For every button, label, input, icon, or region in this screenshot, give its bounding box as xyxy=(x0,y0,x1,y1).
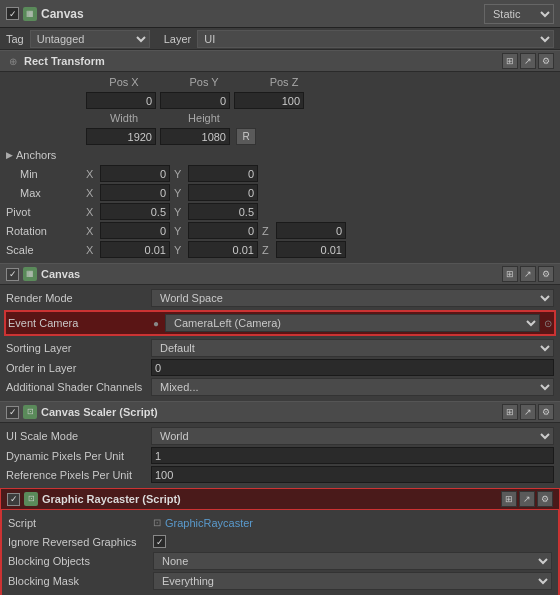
script-text: GraphicRaycaster xyxy=(165,517,253,529)
pos-y-input[interactable]: 0 xyxy=(160,92,230,109)
event-camera-row: Event Camera ● CameraLeft (Camera) ⊙ xyxy=(8,313,552,333)
render-mode-dropdown[interactable]: World Space xyxy=(151,289,554,307)
scaler-expand-btn[interactable]: ↗ xyxy=(520,404,536,420)
pos-values-row: 0 0 100 xyxy=(6,91,554,110)
object-title: Canvas xyxy=(41,7,84,21)
raycaster-link-btn[interactable]: ⊞ xyxy=(501,491,517,507)
scaler-icon: ⊡ xyxy=(23,405,37,419)
min-x-input[interactable]: 0 xyxy=(100,165,170,182)
pivot-y-input[interactable]: 0.5 xyxy=(188,203,258,220)
ignore-checkbox[interactable]: ✓ xyxy=(153,535,166,548)
pos-values: 0 0 100 xyxy=(86,92,554,109)
order-in-layer-label: Order in Layer xyxy=(6,362,151,374)
scale-row: Scale X 0.01 Y 0.01 Z 0.01 xyxy=(6,240,554,259)
static-dropdown[interactable]: Static xyxy=(484,4,554,24)
scale-x-input[interactable]: 0.01 xyxy=(100,241,170,258)
rect-transform-content: Pos X Pos Y Pos Z 0 0 100 Width Height 1… xyxy=(0,72,560,263)
canvas-icon: ▦ xyxy=(23,7,37,21)
canvas-component-icon: ▦ xyxy=(23,267,37,281)
camera-dot: ● xyxy=(153,318,159,329)
scale-values: X 0.01 Y 0.01 Z 0.01 xyxy=(86,241,554,258)
scaler-link-btn[interactable]: ⊞ xyxy=(502,404,518,420)
rot-y-input[interactable]: 0 xyxy=(188,222,258,239)
raycaster-checkbox[interactable]: ✓ xyxy=(7,493,20,506)
height-input[interactable]: 1080 xyxy=(160,128,230,145)
move-icon: ⊕ xyxy=(6,54,20,68)
ui-scale-value: World xyxy=(151,427,554,445)
rect-transform-actions: ⊞ ↗ ⚙ xyxy=(502,53,554,69)
pivot-label: Pivot xyxy=(6,206,86,218)
canvas-settings-btn[interactable]: ⚙ xyxy=(538,266,554,282)
scaler-settings-btn[interactable]: ⚙ xyxy=(538,404,554,420)
max-y-group: Y 0 xyxy=(174,184,258,201)
ignore-row: Ignore Reversed Graphics ✓ xyxy=(8,532,552,551)
scale-z-input[interactable]: 0.01 xyxy=(276,241,346,258)
dynamic-pixels-value: 1 xyxy=(151,447,554,464)
pivot-x-input[interactable]: 0.5 xyxy=(100,203,170,220)
rot-z-input[interactable]: 0 xyxy=(276,222,346,239)
raycaster-settings-btn[interactable]: ⚙ xyxy=(537,491,553,507)
shader-channels-dropdown[interactable]: Mixed... xyxy=(151,378,554,396)
script-row: Script ⊡ GraphicRaycaster xyxy=(8,513,552,532)
rot-x-input[interactable]: 0 xyxy=(100,222,170,239)
blocking-mask-dropdown[interactable]: Everything xyxy=(153,572,552,590)
top-bar: ✓ ▦ Canvas Static xyxy=(0,0,560,28)
rot-y-group: Y 0 xyxy=(174,222,258,239)
ui-scale-dropdown[interactable]: World xyxy=(151,427,554,445)
rect-link-btn[interactable]: ⊞ xyxy=(502,53,518,69)
raycaster-expand-btn[interactable]: ↗ xyxy=(519,491,535,507)
sorting-layer-label: Sorting Layer xyxy=(6,342,151,354)
scale-y-label: Y xyxy=(174,244,186,256)
event-camera-wrapper: Event Camera ● CameraLeft (Camera) ⊙ xyxy=(4,310,556,336)
width-col-label: Width xyxy=(86,112,162,124)
event-camera-target-btn[interactable]: ⊙ xyxy=(544,318,552,329)
layer-label: Layer xyxy=(164,33,192,45)
script-label: Script xyxy=(8,517,153,529)
pos-z-input[interactable]: 100 xyxy=(234,92,304,109)
blocking-objects-row: Blocking Objects None xyxy=(8,551,552,571)
rect-transform-header: ⊕ Rect Transform ⊞ ↗ ⚙ xyxy=(0,50,560,72)
min-y-label: Y xyxy=(174,168,186,180)
pos-x-input[interactable]: 0 xyxy=(86,92,156,109)
anchors-min-row: Min X 0 Y 0 xyxy=(6,164,554,183)
rect-expand-btn[interactable]: ↗ xyxy=(520,53,536,69)
blocking-objects-dropdown[interactable]: None xyxy=(153,552,552,570)
scale-y-input[interactable]: 0.01 xyxy=(188,241,258,258)
canvas-scaler-title: Canvas Scaler (Script) xyxy=(41,406,498,418)
max-y-input[interactable]: 0 xyxy=(188,184,258,201)
r-button[interactable]: R xyxy=(236,128,256,145)
dynamic-pixels-input[interactable]: 1 xyxy=(151,447,554,464)
wh-values: 1920 1080 R xyxy=(86,128,554,145)
pivot-x-group: X 0.5 xyxy=(86,203,170,220)
canvas-scaler-content: UI Scale Mode World Dynamic Pixels Per U… xyxy=(0,423,560,488)
rect-transform-title: Rect Transform xyxy=(24,55,498,67)
active-checkbox[interactable]: ✓ xyxy=(6,7,19,20)
layer-dropdown[interactable]: UI xyxy=(197,30,554,48)
wh-values-row: 1920 1080 R xyxy=(6,127,554,146)
rot-x-group: X 0 xyxy=(86,222,170,239)
canvas-link-btn[interactable]: ⊞ xyxy=(502,266,518,282)
dynamic-pixels-row: Dynamic Pixels Per Unit 1 xyxy=(6,446,554,465)
max-x-input[interactable]: 0 xyxy=(100,184,170,201)
tag-dropdown[interactable]: Untagged xyxy=(30,30,150,48)
reference-pixels-input[interactable]: 100 xyxy=(151,466,554,483)
width-input[interactable]: 1920 xyxy=(86,128,156,145)
anchors-label: ▶ Anchors xyxy=(6,149,86,161)
canvas-checkbox[interactable]: ✓ xyxy=(6,268,19,281)
shader-channels-label: Additional Shader Channels xyxy=(6,381,151,393)
raycaster-header: ✓ ⊡ Graphic Raycaster (Script) ⊞ ↗ ⚙ xyxy=(0,488,560,510)
anchors-row: ▶ Anchors xyxy=(6,146,554,164)
min-y-input[interactable]: 0 xyxy=(188,165,258,182)
max-label: Max xyxy=(6,187,86,199)
min-x-group: X 0 xyxy=(86,165,170,182)
order-in-layer-input[interactable]: 0 xyxy=(151,359,554,376)
pivot-x-label: X xyxy=(86,206,98,218)
pivot-y-label: Y xyxy=(174,206,186,218)
scaler-checkbox[interactable]: ✓ xyxy=(6,406,19,419)
scaler-actions: ⊞ ↗ ⚙ xyxy=(502,404,554,420)
render-mode-value: World Space xyxy=(151,289,554,307)
canvas-expand-btn[interactable]: ↗ xyxy=(520,266,536,282)
sorting-layer-dropdown[interactable]: Default xyxy=(151,339,554,357)
event-camera-dropdown[interactable]: CameraLeft (Camera) xyxy=(165,314,540,332)
rect-settings-btn[interactable]: ⚙ xyxy=(538,53,554,69)
